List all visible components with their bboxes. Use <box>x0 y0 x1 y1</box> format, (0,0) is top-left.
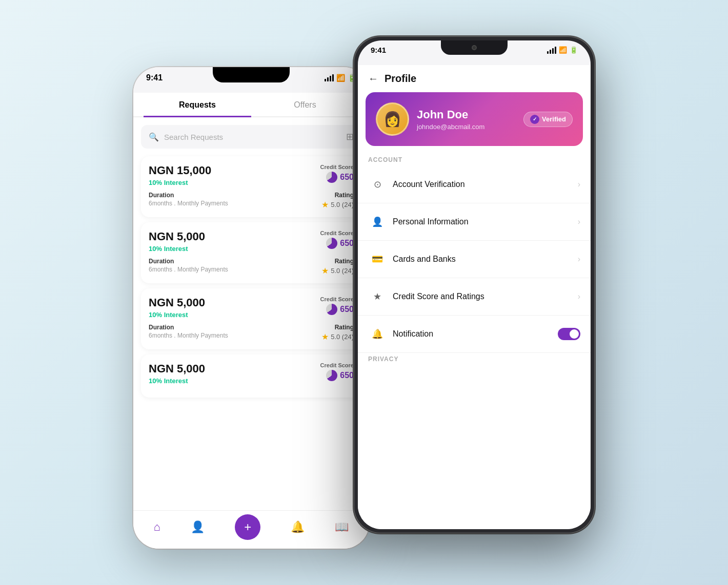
account-section-label: ACCOUNT <box>358 154 591 166</box>
loan-interest-3: 10% Interest <box>149 311 205 319</box>
verified-check-icon: ✓ <box>530 115 539 124</box>
profile-info: John Doe johndoe@abcmail.com <box>417 108 516 131</box>
rating-val-3: ★ 5.0 (24) <box>321 332 354 342</box>
credit-score-val-1: 650 <box>320 172 354 183</box>
chevron-right-icon-1: › <box>578 180 580 189</box>
rating-label-2: Rating <box>321 258 354 265</box>
loan-list: NGN 15,000 10% Interest Credit Score 650 <box>133 156 369 398</box>
battery-icon-front: 🔋 <box>570 46 578 54</box>
phone-back: 9:41 📶 🔋 <box>133 67 369 549</box>
search-icon: 🔍 <box>149 132 159 142</box>
status-bar-dark: 9:41 📶 🔋 <box>358 46 591 54</box>
credit-number-1: 650 <box>340 173 354 182</box>
avatar-emoji: 👩 <box>383 111 401 128</box>
chevron-right-icon-4: › <box>578 292 580 301</box>
verified-label: Verified <box>542 115 566 123</box>
time-display-back: 9:41 <box>146 73 163 82</box>
credit-chart-4 <box>326 370 337 381</box>
phone-frame-white: 9:41 📶 🔋 <box>133 67 369 549</box>
loan-amount-section-2: NGN 5,000 10% Interest <box>149 230 205 253</box>
loan-card-1[interactable]: NGN 15,000 10% Interest Credit Score 650 <box>141 156 361 217</box>
bell-icon-menu: 🔔 <box>368 325 387 343</box>
time-display-front: 9:41 <box>371 46 386 54</box>
loan-amount-section-1: NGN 15,000 10% Interest <box>149 164 211 186</box>
profile-header-bar: ← Profile <box>358 65 591 92</box>
notification-toggle[interactable] <box>558 328 580 340</box>
menu-item-account-verification[interactable]: ⊙ Account Verification › <box>358 166 591 203</box>
search-bar[interactable]: 🔍 Search Requests ⊞ <box>141 125 361 149</box>
tab-requests[interactable]: Requests <box>144 100 251 117</box>
search-input[interactable]: Search Requests <box>164 133 346 141</box>
loan-duration-2: Duration 6months . Monthly Payments <box>149 258 228 273</box>
loan-amount-section-3: NGN 5,000 10% Interest <box>149 296 205 319</box>
duration-label-3: Duration <box>149 324 228 331</box>
status-bar-white: 9:41 📶 🔋 <box>133 73 369 82</box>
menu-item-credit-score[interactable]: ★ Credit Score and Ratings › <box>358 278 591 316</box>
credit-score-box-4: Credit Score 650 <box>320 362 354 381</box>
credit-score-box-3: Credit Score 650 <box>320 296 354 315</box>
rating-box-1: Rating ★ 5.0 (24) <box>321 192 354 210</box>
status-icons-front: 📶 🔋 <box>547 46 578 54</box>
profile-email: johndoe@abcmail.com <box>417 123 516 131</box>
loan-card-2[interactable]: NGN 5,000 10% Interest Credit Score 650 <box>141 222 361 283</box>
menu-item-label-cards-banks: Cards and Banks <box>393 255 578 264</box>
menu-item-notification[interactable]: 🔔 Notification <box>358 316 591 353</box>
credit-chart-3 <box>326 304 337 315</box>
tabs-row: Requests Offers <box>133 93 369 117</box>
white-phone-content: Requests Offers 🔍 Search Requests ⊞ <box>133 93 369 549</box>
rating-box-2: Rating ★ 5.0 (24) <box>321 258 354 276</box>
loan-interest-2: 10% Interest <box>149 245 205 253</box>
profile-name: John Doe <box>417 108 516 121</box>
phone-frame-dark: 9:41 📶 🔋 <box>354 36 595 533</box>
star-icon-menu: ★ <box>368 287 387 306</box>
phone-front: 9:41 📶 🔋 <box>354 36 595 533</box>
tab-offers[interactable]: Offers <box>251 100 359 116</box>
loan-interest-4: 10% Interest <box>149 377 205 385</box>
wifi-icon: 📶 <box>336 74 345 82</box>
star-icon-1: ★ <box>321 200 329 210</box>
nav-home-icon[interactable]: ⌂ <box>154 520 160 534</box>
menu-item-personal-info[interactable]: 👤 Personal Information › <box>358 203 591 241</box>
loan-amount-section-4: NGN 5,000 10% Interest <box>149 362 205 385</box>
credit-number-4: 650 <box>340 371 354 380</box>
rating-text-3: 5.0 (24) <box>331 333 354 341</box>
credit-score-val-4: 650 <box>320 370 354 381</box>
duration-label-2: Duration <box>149 258 228 265</box>
loan-card-4[interactable]: NGN 5,000 10% Interest Credit Score 650 <box>141 354 361 398</box>
menu-list: ⊙ Account Verification › 👤 Personal Info… <box>358 166 591 353</box>
credit-score-box-1: Credit Score 650 <box>320 164 354 183</box>
credit-chart-2 <box>326 238 337 249</box>
profile-card: 👩 John Doe johndoe@abcmail.com ✓ Verifie… <box>366 92 583 146</box>
back-button[interactable]: ← <box>368 73 378 85</box>
menu-item-label-notification: Notification <box>393 329 558 339</box>
credit-number-3: 650 <box>340 305 354 314</box>
star-icon-2: ★ <box>321 266 329 276</box>
rating-box-3: Rating ★ 5.0 (24) <box>321 324 354 342</box>
loan-card-3[interactable]: NGN 5,000 10% Interest Credit Score 650 <box>141 288 361 349</box>
loan-amount-3: NGN 5,000 <box>149 296 205 309</box>
nav-bell-icon[interactable]: 🔔 <box>291 520 305 534</box>
chevron-right-icon-2: › <box>578 217 580 226</box>
loan-amount-1: NGN 15,000 <box>149 164 211 177</box>
credit-score-label-3: Credit Score <box>320 296 354 302</box>
wifi-icon-front: 📶 <box>559 46 567 54</box>
avatar: 👩 <box>376 102 409 136</box>
shield-icon: ⊙ <box>368 175 387 194</box>
menu-item-label-personal-info: Personal Information <box>393 217 578 226</box>
signal-icon <box>325 74 334 81</box>
filter-icon[interactable]: ⊞ <box>346 131 354 142</box>
menu-item-label-credit-score: Credit Score and Ratings <box>393 292 578 301</box>
menu-item-cards-banks[interactable]: 💳 Cards and Banks › <box>358 241 591 278</box>
duration-val-2: 6months . Monthly Payments <box>149 266 228 273</box>
profile-title: Profile <box>385 73 416 85</box>
nav-book-icon[interactable]: 📖 <box>335 520 349 534</box>
nav-person-icon[interactable]: 👤 <box>191 520 205 534</box>
phone-screen-white: 9:41 📶 🔋 <box>133 67 369 549</box>
duration-label-1: Duration <box>149 192 228 199</box>
credit-score-label-1: Credit Score <box>320 164 354 170</box>
credit-score-label-2: Credit Score <box>320 230 354 236</box>
rating-val-1: ★ 5.0 (24) <box>321 200 354 210</box>
nav-add-button[interactable]: + <box>235 514 260 540</box>
loan-interest-1: 10% Interest <box>149 179 211 186</box>
credit-chart-1 <box>326 172 337 183</box>
